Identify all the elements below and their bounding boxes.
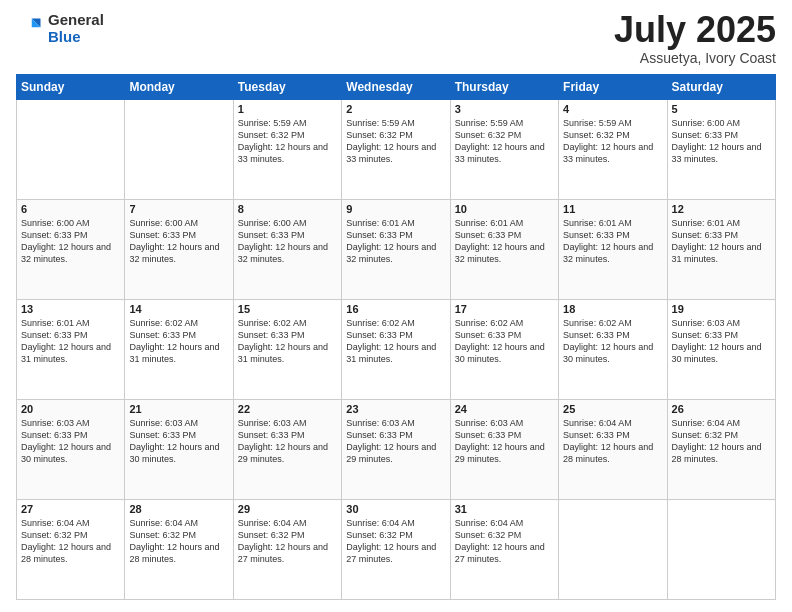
logo-blue: Blue [48, 29, 104, 46]
calendar-week-row: 20Sunrise: 6:03 AMSunset: 6:33 PMDayligh… [17, 400, 776, 500]
calendar-header-cell: Tuesday [233, 75, 341, 100]
day-number: 18 [563, 303, 662, 315]
logo-text: General Blue [48, 12, 104, 45]
calendar-cell: 9Sunrise: 6:01 AMSunset: 6:33 PMDaylight… [342, 200, 450, 300]
day-number: 17 [455, 303, 554, 315]
calendar-cell: 19Sunrise: 6:03 AMSunset: 6:33 PMDayligh… [667, 300, 775, 400]
calendar-cell: 24Sunrise: 6:03 AMSunset: 6:33 PMDayligh… [450, 400, 558, 500]
calendar-header-cell: Monday [125, 75, 233, 100]
cell-info: Sunrise: 6:02 AMSunset: 6:33 PMDaylight:… [563, 317, 662, 366]
cell-info: Sunrise: 6:02 AMSunset: 6:33 PMDaylight:… [346, 317, 445, 366]
calendar-cell: 20Sunrise: 6:03 AMSunset: 6:33 PMDayligh… [17, 400, 125, 500]
day-number: 26 [672, 403, 771, 415]
day-number: 9 [346, 203, 445, 215]
cell-info: Sunrise: 6:04 AMSunset: 6:32 PMDaylight:… [238, 517, 337, 566]
day-number: 3 [455, 103, 554, 115]
calendar-cell: 16Sunrise: 6:02 AMSunset: 6:33 PMDayligh… [342, 300, 450, 400]
cell-info: Sunrise: 6:00 AMSunset: 6:33 PMDaylight:… [21, 217, 120, 266]
day-number: 1 [238, 103, 337, 115]
calendar-cell: 4Sunrise: 5:59 AMSunset: 6:32 PMDaylight… [559, 100, 667, 200]
day-number: 20 [21, 403, 120, 415]
calendar-cell: 18Sunrise: 6:02 AMSunset: 6:33 PMDayligh… [559, 300, 667, 400]
day-number: 4 [563, 103, 662, 115]
month-title: July 2025 [614, 12, 776, 48]
calendar-cell [559, 500, 667, 600]
cell-info: Sunrise: 6:00 AMSunset: 6:33 PMDaylight:… [238, 217, 337, 266]
calendar-cell: 13Sunrise: 6:01 AMSunset: 6:33 PMDayligh… [17, 300, 125, 400]
calendar-cell: 12Sunrise: 6:01 AMSunset: 6:33 PMDayligh… [667, 200, 775, 300]
cell-info: Sunrise: 5:59 AMSunset: 6:32 PMDaylight:… [455, 117, 554, 166]
calendar-cell: 1Sunrise: 5:59 AMSunset: 6:32 PMDaylight… [233, 100, 341, 200]
cell-info: Sunrise: 6:03 AMSunset: 6:33 PMDaylight:… [21, 417, 120, 466]
cell-info: Sunrise: 5:59 AMSunset: 6:32 PMDaylight:… [563, 117, 662, 166]
calendar-table: SundayMondayTuesdayWednesdayThursdayFrid… [16, 74, 776, 600]
cell-info: Sunrise: 6:03 AMSunset: 6:33 PMDaylight:… [238, 417, 337, 466]
calendar-header-cell: Saturday [667, 75, 775, 100]
day-number: 22 [238, 403, 337, 415]
day-number: 28 [129, 503, 228, 515]
calendar-cell: 2Sunrise: 5:59 AMSunset: 6:32 PMDaylight… [342, 100, 450, 200]
calendar-cell [125, 100, 233, 200]
cell-info: Sunrise: 6:02 AMSunset: 6:33 PMDaylight:… [455, 317, 554, 366]
cell-info: Sunrise: 6:02 AMSunset: 6:33 PMDaylight:… [238, 317, 337, 366]
cell-info: Sunrise: 6:03 AMSunset: 6:33 PMDaylight:… [129, 417, 228, 466]
calendar-cell: 11Sunrise: 6:01 AMSunset: 6:33 PMDayligh… [559, 200, 667, 300]
day-number: 24 [455, 403, 554, 415]
calendar-cell: 14Sunrise: 6:02 AMSunset: 6:33 PMDayligh… [125, 300, 233, 400]
cell-info: Sunrise: 5:59 AMSunset: 6:32 PMDaylight:… [238, 117, 337, 166]
calendar-cell: 7Sunrise: 6:00 AMSunset: 6:33 PMDaylight… [125, 200, 233, 300]
cell-info: Sunrise: 6:03 AMSunset: 6:33 PMDaylight:… [346, 417, 445, 466]
cell-info: Sunrise: 6:03 AMSunset: 6:33 PMDaylight:… [672, 317, 771, 366]
cell-info: Sunrise: 6:01 AMSunset: 6:33 PMDaylight:… [563, 217, 662, 266]
calendar-cell: 28Sunrise: 6:04 AMSunset: 6:32 PMDayligh… [125, 500, 233, 600]
header: General Blue July 2025 Assuetya, Ivory C… [16, 12, 776, 66]
day-number: 31 [455, 503, 554, 515]
calendar-cell: 22Sunrise: 6:03 AMSunset: 6:33 PMDayligh… [233, 400, 341, 500]
day-number: 8 [238, 203, 337, 215]
calendar-cell: 17Sunrise: 6:02 AMSunset: 6:33 PMDayligh… [450, 300, 558, 400]
cell-info: Sunrise: 6:04 AMSunset: 6:32 PMDaylight:… [346, 517, 445, 566]
calendar-header-cell: Thursday [450, 75, 558, 100]
calendar-week-row: 13Sunrise: 6:01 AMSunset: 6:33 PMDayligh… [17, 300, 776, 400]
cell-info: Sunrise: 6:01 AMSunset: 6:33 PMDaylight:… [21, 317, 120, 366]
calendar-cell: 26Sunrise: 6:04 AMSunset: 6:32 PMDayligh… [667, 400, 775, 500]
calendar-cell: 21Sunrise: 6:03 AMSunset: 6:33 PMDayligh… [125, 400, 233, 500]
calendar-header-cell: Sunday [17, 75, 125, 100]
day-number: 13 [21, 303, 120, 315]
calendar-header-cell: Friday [559, 75, 667, 100]
calendar-week-row: 6Sunrise: 6:00 AMSunset: 6:33 PMDaylight… [17, 200, 776, 300]
calendar-header-row: SundayMondayTuesdayWednesdayThursdayFrid… [17, 75, 776, 100]
day-number: 16 [346, 303, 445, 315]
location: Assuetya, Ivory Coast [614, 50, 776, 66]
day-number: 5 [672, 103, 771, 115]
day-number: 7 [129, 203, 228, 215]
cell-info: Sunrise: 6:01 AMSunset: 6:33 PMDaylight:… [455, 217, 554, 266]
calendar-cell: 6Sunrise: 6:00 AMSunset: 6:33 PMDaylight… [17, 200, 125, 300]
day-number: 25 [563, 403, 662, 415]
day-number: 6 [21, 203, 120, 215]
calendar-week-row: 27Sunrise: 6:04 AMSunset: 6:32 PMDayligh… [17, 500, 776, 600]
title-block: July 2025 Assuetya, Ivory Coast [614, 12, 776, 66]
page: General Blue July 2025 Assuetya, Ivory C… [0, 0, 792, 612]
cell-info: Sunrise: 6:00 AMSunset: 6:33 PMDaylight:… [672, 117, 771, 166]
day-number: 12 [672, 203, 771, 215]
calendar-cell: 30Sunrise: 6:04 AMSunset: 6:32 PMDayligh… [342, 500, 450, 600]
calendar-cell: 5Sunrise: 6:00 AMSunset: 6:33 PMDaylight… [667, 100, 775, 200]
cell-info: Sunrise: 6:04 AMSunset: 6:33 PMDaylight:… [563, 417, 662, 466]
logo-general: General [48, 12, 104, 29]
cell-info: Sunrise: 6:03 AMSunset: 6:33 PMDaylight:… [455, 417, 554, 466]
cell-info: Sunrise: 6:01 AMSunset: 6:33 PMDaylight:… [672, 217, 771, 266]
day-number: 14 [129, 303, 228, 315]
calendar-cell: 29Sunrise: 6:04 AMSunset: 6:32 PMDayligh… [233, 500, 341, 600]
day-number: 21 [129, 403, 228, 415]
cell-info: Sunrise: 5:59 AMSunset: 6:32 PMDaylight:… [346, 117, 445, 166]
day-number: 11 [563, 203, 662, 215]
calendar-cell: 10Sunrise: 6:01 AMSunset: 6:33 PMDayligh… [450, 200, 558, 300]
calendar-week-row: 1Sunrise: 5:59 AMSunset: 6:32 PMDaylight… [17, 100, 776, 200]
day-number: 29 [238, 503, 337, 515]
calendar-cell: 3Sunrise: 5:59 AMSunset: 6:32 PMDaylight… [450, 100, 558, 200]
calendar-header-cell: Wednesday [342, 75, 450, 100]
day-number: 10 [455, 203, 554, 215]
cell-info: Sunrise: 6:04 AMSunset: 6:32 PMDaylight:… [129, 517, 228, 566]
cell-info: Sunrise: 6:01 AMSunset: 6:33 PMDaylight:… [346, 217, 445, 266]
